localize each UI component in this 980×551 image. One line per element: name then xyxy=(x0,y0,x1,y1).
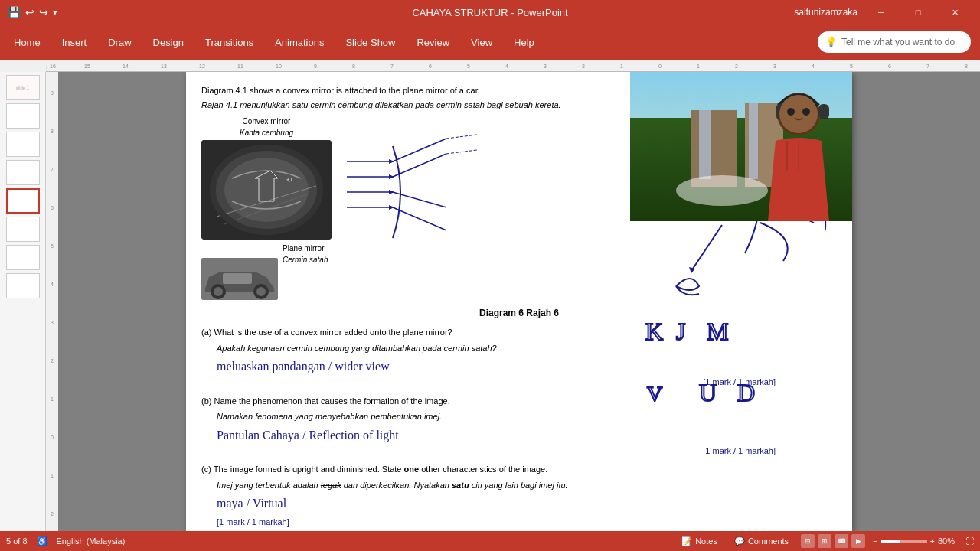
accessibility-icon[interactable]: ♿ xyxy=(37,536,47,546)
svg-text:3: 3 xyxy=(773,64,776,69)
question-b: (b) Name the phenomenon that causes the … xyxy=(201,395,837,458)
marks-c: [1 mark / 1 markah] xyxy=(217,516,837,529)
search-lightbulb-icon: 💡 xyxy=(825,37,837,47)
svg-text:1: 1 xyxy=(51,473,54,478)
minimize-button[interactable]: ─ xyxy=(864,0,899,24)
zoom-percent: 80% xyxy=(938,536,955,546)
close-button[interactable]: ✕ xyxy=(937,0,972,24)
ruler-marks-svg: 16 15 14 13 12 11 10 9 8 7 6 5 4 3 2 1 0… xyxy=(46,60,980,72)
horizontal-ruler: 16 15 14 13 12 11 10 9 8 7 6 5 4 3 2 1 0… xyxy=(46,60,980,72)
tab-design[interactable]: Design xyxy=(142,24,194,60)
redo-icon[interactable]: ↪ xyxy=(39,6,48,18)
tab-animations[interactable]: Animations xyxy=(264,24,335,60)
svg-text:4: 4 xyxy=(812,64,815,69)
svg-line-65 xyxy=(446,135,477,139)
slideshow-view-button[interactable]: ▶ xyxy=(851,534,865,548)
svg-text:3: 3 xyxy=(51,320,54,325)
tab-transitions[interactable]: Transitions xyxy=(194,24,264,60)
normal-view-button[interactable]: ⊟ xyxy=(801,534,815,548)
tab-view[interactable]: View xyxy=(460,24,503,60)
slide-thumb-1[interactable]: slide 1 xyxy=(6,75,40,100)
question-b-malay: Namakan fenomena yang menyebabkan pemben… xyxy=(217,410,837,423)
slide-thumb-container-6: 6 xyxy=(6,217,40,242)
canvas-area: Diagram 4.1 shows a convex mirror is att… xyxy=(58,72,980,531)
svg-text:0: 0 xyxy=(658,64,662,69)
svg-rect-93 xyxy=(818,104,829,119)
car-image-svg xyxy=(201,258,278,300)
marks-b: [1 mark / 1 markah] xyxy=(201,445,776,458)
slide-thumb-7[interactable] xyxy=(6,245,40,270)
question-b-text: (b) Name the phenomenon that causes the … xyxy=(201,395,837,408)
slide-thumb-2[interactable] xyxy=(6,103,40,129)
zoom-out-icon[interactable]: − xyxy=(873,536,877,546)
slide-sorter-button[interactable]: ⊞ xyxy=(818,534,831,548)
svg-text:9: 9 xyxy=(314,64,317,69)
svg-text:3: 3 xyxy=(544,64,547,69)
view-icons-group: ⊟ ⊞ 📖 ▶ xyxy=(801,534,865,548)
ray-diagram-svg xyxy=(347,131,515,253)
slide-thumb-4[interactable] xyxy=(6,160,40,185)
language-indicator: English (Malaysia) xyxy=(57,536,126,546)
svg-text:8: 8 xyxy=(965,64,968,69)
slide-info: 5 of 8 xyxy=(6,536,28,546)
undo-icon[interactable]: ↩ xyxy=(25,6,34,18)
tab-slideshow[interactable]: Slide Show xyxy=(335,24,406,60)
svg-text:2: 2 xyxy=(51,358,54,364)
svg-point-95 xyxy=(787,108,795,116)
maximize-button[interactable]: □ xyxy=(900,0,936,24)
mirror-image-svg: ⟲ xyxy=(201,140,332,240)
quick-access-toolbar: 💾 ↩ ↪ ▾ xyxy=(8,6,57,18)
tab-help[interactable]: Help xyxy=(503,24,545,60)
svg-text:4: 4 xyxy=(51,282,54,287)
question-a-text: (a) What is the use of a convex mirror a… xyxy=(201,326,837,339)
search-bar[interactable]: 💡 Tell me what you want to do xyxy=(818,31,971,53)
plane-mirror-label: Plane mirror xyxy=(283,243,328,254)
user-name: saifunizamzaka xyxy=(794,7,858,18)
question-a-malay: Apakah kegunaan cermin cembung yang dita… xyxy=(217,342,837,355)
v-ruler-svg: 9 8 7 6 5 4 3 2 1 0 1 2 xyxy=(46,72,58,531)
tab-home[interactable]: Home xyxy=(3,24,51,60)
zoom-slider-fill xyxy=(881,540,900,543)
status-right-group: 📝 Notes 💬 Comments ⊟ ⊞ 📖 ▶ − + 80% ⛶ xyxy=(677,534,974,548)
slide-thumb-container-8: 8 xyxy=(6,273,40,298)
ribbon: Home Insert Draw Design Transitions Anim… xyxy=(0,24,980,60)
customize-qat-icon[interactable]: ▾ xyxy=(53,8,57,18)
slide-thumb-3[interactable] xyxy=(6,132,40,157)
slide-thumb-5[interactable] xyxy=(6,188,40,214)
zoom-slider[interactable] xyxy=(881,540,927,543)
comments-button[interactable]: 💬 Comments xyxy=(730,536,793,546)
tab-review[interactable]: Review xyxy=(406,24,460,60)
svg-text:4: 4 xyxy=(505,64,508,69)
tab-draw[interactable]: Draw xyxy=(97,24,142,60)
slide-thumb-container-5: 5 xyxy=(6,188,40,214)
question-a: (a) What is the use of a convex mirror a… xyxy=(201,326,837,389)
svg-rect-27 xyxy=(46,72,58,531)
webcam-background-svg xyxy=(630,72,852,221)
svg-text:6: 6 xyxy=(429,64,432,69)
zoom-in-icon[interactable]: + xyxy=(930,536,935,546)
svg-text:6: 6 xyxy=(888,64,891,69)
tab-insert[interactable]: Insert xyxy=(51,24,98,60)
save-icon[interactable]: 💾 xyxy=(8,6,21,18)
svg-text:1: 1 xyxy=(51,396,54,402)
svg-text:0: 0 xyxy=(51,435,54,440)
comments-icon: 💬 xyxy=(734,536,745,546)
notes-button[interactable]: 📝 Notes xyxy=(677,536,722,546)
svg-line-62 xyxy=(393,154,446,177)
slide-thumb-6[interactable] xyxy=(6,217,40,242)
marks-a: [1 mark / 1 markah] xyxy=(201,376,776,389)
window-title: CAHAYA STRUKTUR - PowerPoint xyxy=(412,7,567,18)
fit-slide-icon[interactable]: ⛶ xyxy=(965,536,974,546)
svg-text:15: 15 xyxy=(84,64,90,69)
svg-point-42 xyxy=(224,158,309,222)
svg-text:14: 14 xyxy=(122,64,129,69)
svg-text:5: 5 xyxy=(467,64,470,69)
slide-thumb-8[interactable] xyxy=(6,273,40,298)
reading-view-button[interactable]: 📖 xyxy=(835,534,848,548)
svg-text:2: 2 xyxy=(582,64,585,69)
question-c: (c) The image formed is upright and dimi… xyxy=(201,463,837,529)
slide-canvas[interactable]: Diagram 4.1 shows a convex mirror is att… xyxy=(186,72,852,531)
window-controls: ─ □ ✕ xyxy=(864,0,972,24)
question-c-text: (c) The image formed is upright and dimi… xyxy=(201,463,837,476)
slide-thumb-container-4: 4 xyxy=(6,160,40,185)
